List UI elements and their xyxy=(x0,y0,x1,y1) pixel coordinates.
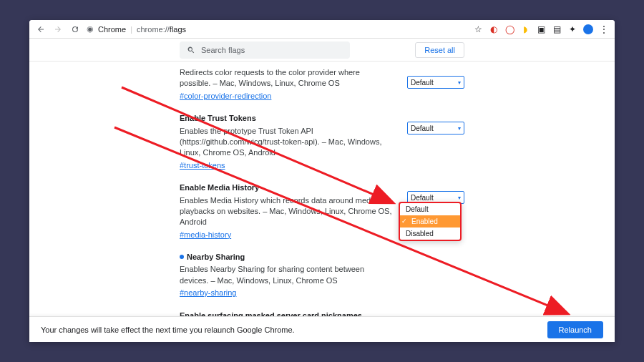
chevron-down-icon: ▾ xyxy=(458,79,461,86)
flag-dropdown: Default Enabled Disabled xyxy=(399,202,462,241)
site-icon: ◉ xyxy=(87,24,94,34)
menu-icon[interactable]: ⋮ xyxy=(599,24,609,34)
modified-dot-icon xyxy=(180,255,184,259)
chevron-down-icon: ▾ xyxy=(458,195,461,201)
relaunch-button[interactable]: Relaunch xyxy=(547,321,603,338)
flags-topbar: Search flags Reset all xyxy=(29,39,615,62)
url-provider: Chrome xyxy=(98,25,126,34)
avatar[interactable] xyxy=(583,24,593,34)
forward-button[interactable] xyxy=(52,24,64,35)
flag-hash-link[interactable]: #color-provider-redirection xyxy=(180,91,271,102)
ext-icon-4[interactable]: ▣ xyxy=(536,24,546,34)
chevron-down-icon: ▾ xyxy=(458,125,461,132)
search-input[interactable]: Search flags xyxy=(180,41,350,59)
browser-window: ◉ Chrome | chrome://flags ☆ ◐ ◯ ◗ ▣ ▤ ✦ … xyxy=(29,20,615,342)
search-placeholder: Search flags xyxy=(201,46,245,54)
footer-message: Your changes will take effect the next t… xyxy=(41,326,295,334)
ext-icon-2[interactable]: ◯ xyxy=(504,24,514,34)
browser-toolbar: ◉ Chrome | chrome://flags ☆ ◐ ◯ ◗ ▣ ▤ ✦ … xyxy=(29,20,615,39)
reload-button[interactable] xyxy=(69,24,81,35)
flag-select[interactable]: Default▾ xyxy=(407,122,464,134)
address-bar[interactable]: ◉ Chrome | chrome://flags xyxy=(87,24,186,34)
ext-icon-5[interactable]: ▤ xyxy=(552,24,562,34)
page-content: Search flags Reset all Redirects color r… xyxy=(29,39,615,342)
relaunch-footer: Your changes will take effect the next t… xyxy=(29,316,615,342)
dropdown-option-default[interactable]: Default xyxy=(400,203,460,215)
flags-list: Redirects color requests to the color pr… xyxy=(29,62,615,342)
search-icon xyxy=(187,46,195,54)
flag-hash-link[interactable]: #media-history xyxy=(180,230,231,240)
flag-hash-link[interactable]: #nearby-sharing xyxy=(180,288,237,298)
dropdown-option-enabled[interactable]: Enabled xyxy=(400,215,460,228)
flag-row: Redirects color requests to the color pr… xyxy=(29,62,615,107)
flag-row: Enable Media History Enables Media Histo… xyxy=(29,177,615,246)
extensions-icon[interactable]: ✦ xyxy=(567,24,577,34)
reset-all-button[interactable]: Reset all xyxy=(415,42,464,58)
flag-select[interactable]: Default▾ xyxy=(407,76,464,89)
ext-icon-3[interactable]: ◗ xyxy=(520,24,530,34)
toolbar-actions: ☆ ◐ ◯ ◗ ▣ ▤ ✦ ⋮ xyxy=(473,24,609,34)
flag-hash-link[interactable]: #trust-tokens xyxy=(180,160,225,171)
flag-row-nearby: Nearby Sharing Enables Nearby Sharing fo… xyxy=(29,246,615,305)
back-button[interactable] xyxy=(35,24,47,35)
flag-row: Enable Trust Tokens Enables the prototyp… xyxy=(29,107,615,177)
dropdown-option-disabled[interactable]: Disabled xyxy=(400,228,460,240)
ext-icon-1[interactable]: ◐ xyxy=(489,24,499,34)
star-icon[interactable]: ☆ xyxy=(473,24,483,34)
